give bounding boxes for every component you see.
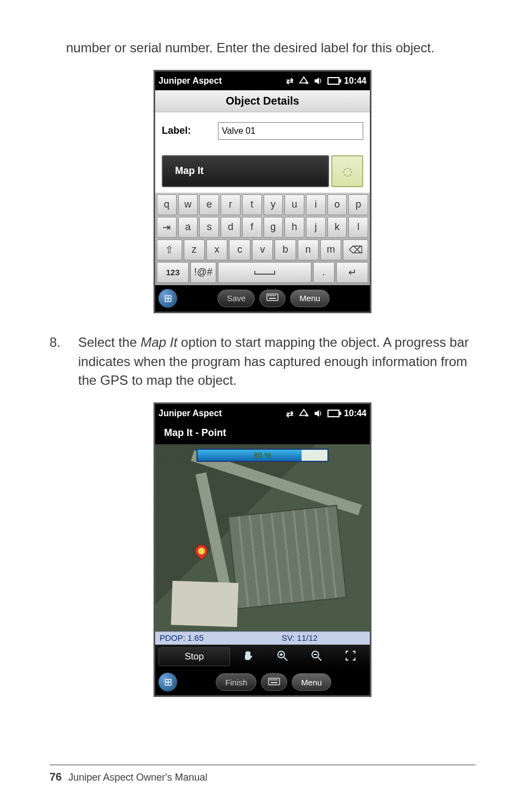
sv-label: SV: 11/12 bbox=[251, 632, 348, 645]
clock: 10:44 bbox=[344, 76, 367, 86]
key-shift[interactable]: ⇧ bbox=[157, 239, 182, 260]
progress-bar: 80 % bbox=[196, 449, 329, 462]
key-tab[interactable]: ⇥ bbox=[157, 217, 177, 238]
map-it-button[interactable]: Map It bbox=[162, 155, 329, 187]
svg-rect-6 bbox=[273, 295, 274, 296]
step-text-part: Select the bbox=[78, 335, 140, 350]
key-f[interactable]: f bbox=[242, 217, 262, 238]
key-space[interactable] bbox=[218, 262, 311, 283]
bottom-bar: ⊞ Save Menu bbox=[155, 285, 370, 312]
start-button[interactable]: ⊞ bbox=[158, 289, 177, 308]
start-button[interactable]: ⊞ bbox=[158, 673, 177, 691]
svg-rect-3 bbox=[268, 295, 269, 296]
screen-title: Map It - Point bbox=[155, 423, 370, 444]
key-u[interactable]: u bbox=[285, 194, 304, 215]
svg-rect-5 bbox=[271, 295, 272, 296]
menu-button[interactable]: Menu bbox=[292, 673, 331, 691]
extents-icon bbox=[344, 649, 357, 664]
key-p[interactable]: p bbox=[348, 194, 368, 215]
svg-rect-21 bbox=[273, 679, 274, 680]
screenshot-object-details: Juniper Aspect ⇄ 10:44 Object Details La… bbox=[154, 70, 371, 313]
svg-rect-4 bbox=[270, 295, 271, 296]
windows-flag-icon: ⊞ bbox=[164, 676, 172, 688]
keyboard-icon bbox=[266, 293, 278, 303]
key-s[interactable]: s bbox=[199, 217, 219, 238]
key-symbols[interactable]: !@# bbox=[190, 262, 216, 283]
key-v[interactable]: v bbox=[252, 239, 273, 260]
svg-rect-19 bbox=[270, 679, 271, 680]
zoom-in-button[interactable] bbox=[266, 647, 298, 666]
svg-line-16 bbox=[318, 657, 321, 661]
progress-fill bbox=[198, 450, 302, 461]
on-screen-keyboard: q w e r t y u i o p ⇥ a s d f g h j k l … bbox=[155, 193, 370, 285]
key-enter[interactable]: ↵ bbox=[336, 262, 368, 283]
step-8: 8. Select the Map It option to start map… bbox=[50, 333, 475, 390]
key-j[interactable]: j bbox=[306, 217, 326, 238]
key-r[interactable]: r bbox=[221, 194, 240, 215]
step-number: 8. bbox=[50, 333, 78, 390]
step-text: Select the Map It option to start mappin… bbox=[78, 333, 475, 390]
map-view[interactable]: 80 % bbox=[155, 444, 370, 631]
map-it-button-label: Map It bbox=[175, 165, 204, 177]
key-i[interactable]: i bbox=[306, 194, 326, 215]
key-a[interactable]: a bbox=[178, 217, 198, 238]
key-e[interactable]: e bbox=[199, 194, 219, 215]
key-b[interactable]: b bbox=[275, 239, 296, 260]
keyboard-toggle-button[interactable] bbox=[261, 673, 287, 691]
form-area: Label: Map It ◌ bbox=[155, 112, 370, 193]
keyboard-icon bbox=[268, 678, 280, 687]
screen-title: Object Details bbox=[155, 90, 370, 112]
status-bar: Juniper Aspect ⇄ 10:44 bbox=[155, 72, 370, 90]
stop-button[interactable]: Stop bbox=[158, 647, 230, 666]
key-q[interactable]: q bbox=[157, 194, 177, 215]
key-t[interactable]: t bbox=[242, 194, 262, 215]
zoom-out-button[interactable] bbox=[300, 647, 332, 666]
key-l[interactable]: l bbox=[348, 217, 368, 238]
svg-rect-24 bbox=[271, 682, 277, 683]
pdop-label: PDOP: 1.65 bbox=[155, 632, 251, 645]
svg-rect-23 bbox=[276, 679, 277, 680]
screenshot-map-it-point: Juniper Aspect ⇄ 10:44 Map It - Point bbox=[154, 402, 371, 697]
key-k[interactable]: k bbox=[327, 217, 347, 238]
connection-icon: ⇄ bbox=[285, 76, 294, 86]
keyboard-toggle-button[interactable] bbox=[259, 290, 286, 307]
gps-status-button[interactable]: ◌ bbox=[331, 155, 363, 187]
signal-icon bbox=[299, 408, 309, 418]
key-c[interactable]: c bbox=[229, 239, 250, 260]
key-o[interactable]: o bbox=[327, 194, 347, 215]
windows-flag-icon: ⊞ bbox=[164, 292, 172, 304]
save-button[interactable]: Save bbox=[217, 290, 255, 307]
key-m[interactable]: m bbox=[320, 239, 341, 260]
battery-icon bbox=[327, 77, 340, 85]
intro-paragraph: number or serial number. Enter the desir… bbox=[66, 39, 475, 58]
signal-icon bbox=[299, 76, 309, 86]
finish-button[interactable]: Finish bbox=[216, 673, 256, 691]
svg-line-12 bbox=[284, 657, 287, 661]
zoom-extents-button[interactable] bbox=[335, 647, 367, 666]
svg-rect-18 bbox=[269, 678, 280, 685]
key-z[interactable]: z bbox=[184, 239, 205, 260]
menu-button[interactable]: Menu bbox=[290, 290, 330, 307]
key-backspace[interactable]: ⌫ bbox=[343, 239, 368, 260]
zoom-out-icon bbox=[310, 649, 323, 664]
key-h[interactable]: h bbox=[285, 217, 304, 238]
key-w[interactable]: w bbox=[178, 194, 198, 215]
connection-icon: ⇄ bbox=[285, 408, 294, 418]
zoom-in-icon bbox=[276, 649, 289, 664]
page-footer: 76 Juniper Aspect Owner's Manual bbox=[50, 765, 475, 783]
key-y[interactable]: y bbox=[264, 194, 283, 215]
key-123[interactable]: 123 bbox=[157, 262, 189, 283]
key-d[interactable]: d bbox=[221, 217, 240, 238]
label-input[interactable] bbox=[218, 122, 363, 140]
satellite-icon: ◌ bbox=[343, 165, 352, 178]
key-g[interactable]: g bbox=[264, 217, 283, 238]
key-x[interactable]: x bbox=[206, 239, 227, 260]
svg-rect-7 bbox=[275, 295, 276, 296]
pan-tool-button[interactable] bbox=[232, 647, 264, 666]
page-number: 76 bbox=[50, 771, 62, 783]
svg-rect-20 bbox=[271, 679, 272, 680]
battery-icon bbox=[327, 410, 340, 417]
key-n[interactable]: n bbox=[298, 239, 319, 260]
key-period[interactable]: . bbox=[313, 262, 335, 283]
app-title: Juniper Aspect bbox=[158, 76, 222, 86]
